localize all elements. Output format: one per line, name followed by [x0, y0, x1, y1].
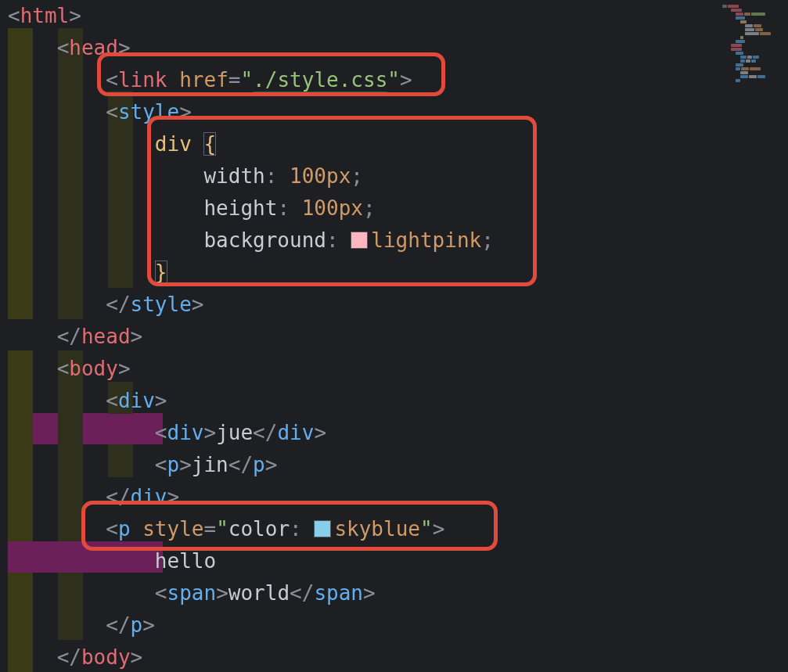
css-color-skyblue: skyblue: [334, 517, 420, 541]
code-line[interactable]: </p>: [8, 609, 788, 641]
code-line[interactable]: <p>jin</p>: [8, 449, 788, 481]
tag-html: html: [20, 4, 70, 27]
tag-head-close: head: [81, 325, 131, 348]
color-swatch-lightpink: [351, 232, 368, 249]
text-node: world: [228, 581, 290, 605]
tag-p-close: p: [253, 453, 265, 476]
code-line[interactable]: <link href="./style.css">: [8, 64, 788, 96]
minimap[interactable]: [722, 5, 783, 83]
code-line[interactable]: <div>: [8, 385, 788, 417]
css-value: 100px: [302, 196, 363, 220]
code-line[interactable]: background: lightpink;: [8, 225, 788, 257]
tag-span: span: [167, 581, 217, 605]
attr-href: href: [179, 68, 228, 92]
text-node: jue: [216, 421, 253, 444]
tag-head: head: [69, 36, 118, 59]
code-line[interactable]: </head>: [8, 321, 788, 353]
tag-p-close: p: [131, 613, 143, 637]
tag-div: div: [118, 389, 155, 412]
text-node: jin: [192, 453, 228, 476]
tag-p: p: [167, 453, 180, 476]
string-href-value: ./style.css: [253, 68, 387, 92]
css-prop-height: height: [203, 196, 277, 220]
code-line[interactable]: <style>: [8, 96, 788, 128]
code-editor[interactable]: <html> <head> <link href="./style.css"> …: [0, 0, 788, 672]
code-line[interactable]: <body>: [8, 353, 788, 385]
tag-style: style: [118, 100, 179, 124]
tag-p: p: [118, 517, 131, 541]
tag-body: body: [69, 357, 118, 380]
css-prop-width: width: [203, 164, 264, 188]
attr-style: style: [142, 517, 203, 541]
tag-div-close: div: [131, 485, 167, 508]
css-color-lightpink: lightpink: [371, 228, 481, 252]
tag-div: div: [167, 421, 204, 444]
css-value: 100px: [290, 164, 351, 188]
tag-body-close: body: [81, 645, 131, 669]
tag-div-close: div: [277, 421, 314, 444]
code-line[interactable]: }: [8, 257, 788, 289]
code-line[interactable]: </body>: [8, 641, 788, 672]
code-line[interactable]: hello: [8, 545, 788, 577]
color-swatch-skyblue: [314, 520, 331, 537]
code-line[interactable]: <html>: [8, 0, 788, 32]
css-selector-div: div: [155, 132, 192, 156]
code-line[interactable]: width: 100px;: [8, 160, 788, 192]
css-prop-background: background: [203, 228, 326, 252]
code-line[interactable]: div {: [8, 128, 788, 160]
brace-close: }: [155, 261, 167, 284]
tag-span-close: span: [314, 581, 363, 605]
text-node: hello: [155, 549, 216, 573]
code-line[interactable]: height: 100px;: [8, 192, 788, 225]
tag-style-close: style: [131, 293, 192, 316]
code-line[interactable]: <p style="color: skyblue">: [8, 513, 788, 545]
tag-link: link: [118, 68, 167, 92]
code-line[interactable]: <div>jue</div>: [8, 417, 788, 449]
code-line[interactable]: <head>: [8, 32, 788, 64]
code-line[interactable]: </style>: [8, 289, 788, 321]
code-line[interactable]: <span>world</span>: [8, 577, 788, 609]
code-line[interactable]: </div>: [8, 481, 788, 513]
brace-open: {: [203, 132, 216, 156]
